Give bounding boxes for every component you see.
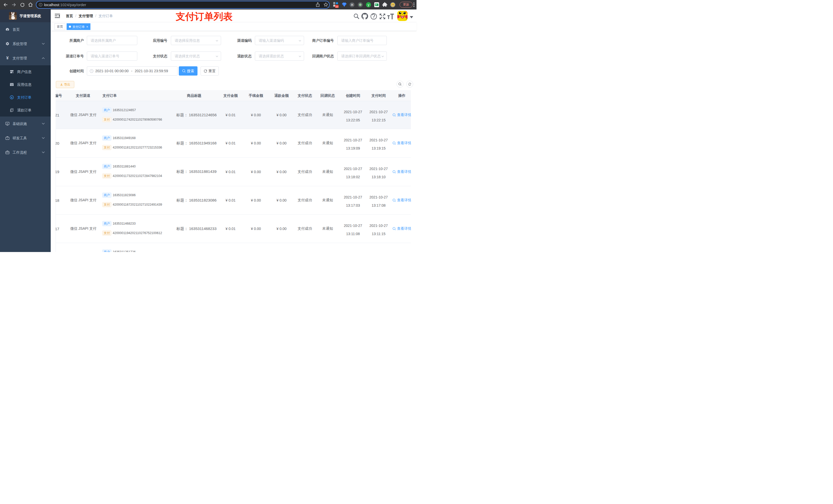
svg-text:y: y xyxy=(367,3,370,7)
svg-text:10: 10 xyxy=(336,5,338,8)
svg-text:¥: ¥ xyxy=(11,96,13,99)
svg-text:⌘: ⌘ xyxy=(351,3,354,7)
